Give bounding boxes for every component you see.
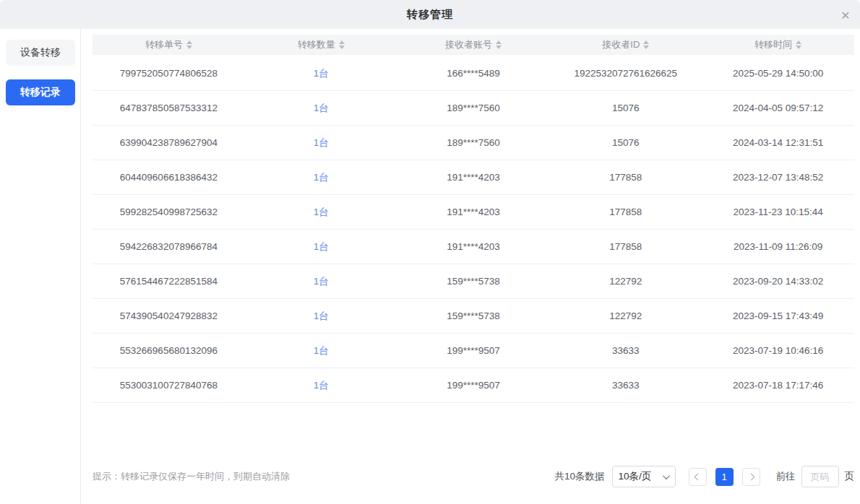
- cell-receiver-account: 189****7560: [397, 137, 550, 148]
- prev-page-button[interactable]: [689, 468, 707, 486]
- cell-quantity-link[interactable]: 1台: [245, 379, 397, 392]
- sort-icon[interactable]: [796, 40, 801, 49]
- cell-receiver-account: 159****5738: [397, 276, 550, 287]
- cell-quantity-link[interactable]: 1台: [245, 275, 397, 288]
- table-row: 799752050774806528 1台 166****5489 192253…: [93, 56, 854, 91]
- cell-quantity-link[interactable]: 1台: [245, 171, 397, 184]
- page-size-value: 10条/页: [619, 470, 652, 483]
- column-header-transfer-time[interactable]: 转移时间: [702, 38, 854, 51]
- cell-order-id: 599282540998725632: [93, 207, 245, 217]
- table-row: 599282540998725632 1台 191****4203 177858…: [93, 195, 854, 230]
- cell-receiver-account: 199****9507: [397, 345, 550, 356]
- cell-transfer-time: 2025-05-29 14:50:00: [702, 68, 854, 79]
- cell-quantity-link[interactable]: 1台: [245, 240, 397, 253]
- sort-icon[interactable]: [643, 40, 649, 49]
- cell-quantity-link[interactable]: 1台: [245, 102, 397, 115]
- close-icon[interactable]: ×: [841, 7, 850, 22]
- cell-order-id: 647837850587533312: [93, 103, 245, 113]
- column-header-receiver-account[interactable]: 接收者账号: [397, 38, 550, 51]
- pagination: 共10条数据 10条/页 1 前往 页: [554, 466, 854, 487]
- cell-receiver-account: 159****5738: [397, 310, 550, 321]
- cell-order-id: 799752050774806528: [93, 68, 245, 79]
- column-header-order-id[interactable]: 转移单号: [93, 38, 245, 51]
- table-body: 799752050774806528 1台 166****5489 192253…: [93, 56, 854, 403]
- sidebar: 设备转移 转移记录: [0, 29, 81, 504]
- table-row: 594226832078966784 1台 191****4203 177858…: [93, 230, 854, 264]
- cell-transfer-time: 2023-09-15 17:43:49: [702, 310, 854, 321]
- main-content: 转移单号 转移数量 接收者账号 接收者ID 转移时间 7997520: [81, 29, 860, 504]
- table-row: 639904238789627904 1台 189****7560 15076 …: [93, 126, 854, 160]
- chevron-right-icon: [747, 473, 754, 480]
- cell-receiver-id: 177858: [549, 172, 702, 183]
- cell-quantity-link[interactable]: 1台: [245, 136, 397, 149]
- page-unit-label: 页: [845, 470, 855, 483]
- cell-receiver-account: 189****7560: [397, 103, 550, 113]
- cell-transfer-time: 2023-12-07 13:48:52: [702, 172, 854, 183]
- footer: 提示：转移记录仅保存一年时间，到期自动清除 共10条数据 10条/页 1 前往 …: [93, 462, 854, 491]
- page-title: 转移管理: [407, 8, 453, 22]
- cell-receiver-id: 15076: [549, 137, 702, 148]
- table-row: 574390540247928832 1台 159****5738 122792…: [93, 299, 854, 334]
- cell-order-id: 594226832078966784: [93, 241, 245, 252]
- cell-order-id: 639904238789627904: [93, 137, 245, 148]
- cell-order-id: 604409606618386432: [93, 172, 245, 183]
- cell-quantity-link[interactable]: 1台: [245, 67, 397, 80]
- cell-order-id: 576154467222851584: [93, 276, 245, 287]
- cell-order-id: 553003100727840768: [93, 380, 245, 391]
- dialog-titlebar: 转移管理 ×: [0, 0, 860, 29]
- cell-transfer-time: 2023-11-23 10:15:44: [702, 207, 854, 217]
- sort-icon[interactable]: [339, 40, 345, 49]
- chevron-left-icon: [694, 473, 701, 480]
- cell-receiver-id: 33633: [549, 345, 702, 356]
- goto-label: 前往: [776, 470, 796, 483]
- cell-receiver-account: 166****5489: [397, 68, 550, 79]
- cell-receiver-account: 199****9507: [397, 380, 550, 391]
- cell-transfer-time: 2024-04-05 09:57:12: [702, 103, 854, 113]
- cell-quantity-link[interactable]: 1台: [245, 310, 397, 323]
- cell-transfer-time: 2023-09-20 14:33:02: [702, 276, 854, 287]
- cell-receiver-id: 177858: [549, 241, 702, 252]
- cell-quantity-link[interactable]: 1台: [245, 206, 397, 219]
- cell-order-id: 574390540247928832: [93, 310, 245, 321]
- table-row: 553003100727840768 1台 199****9507 33633 …: [93, 368, 854, 403]
- goto-page-input[interactable]: [801, 466, 839, 487]
- cell-receiver-id: 177858: [549, 207, 702, 217]
- cell-transfer-time: 2024-03-14 12:31:51: [702, 137, 854, 148]
- table-row: 604409606618386432 1台 191****4203 177858…: [93, 160, 854, 195]
- cell-transfer-time: 2023-07-18 17:17:46: [702, 380, 854, 391]
- chevron-down-icon: [662, 472, 669, 479]
- sidebar-item-transfer-records[interactable]: 转移记录: [6, 79, 75, 105]
- column-header-quantity[interactable]: 转移数量: [245, 38, 397, 51]
- next-page-button[interactable]: [742, 468, 760, 486]
- table-row: 576154467222851584 1台 159****5738 122792…: [93, 264, 854, 299]
- cell-quantity-link[interactable]: 1台: [245, 344, 397, 357]
- cell-receiver-id: 1922532072761626625: [549, 68, 702, 79]
- cell-receiver-id: 33633: [549, 380, 702, 391]
- table-row: 553266965680132096 1台 199****9507 33633 …: [93, 334, 854, 368]
- total-count-label: 共10条数据: [554, 470, 604, 483]
- page-size-select[interactable]: 10条/页: [612, 466, 676, 487]
- sort-icon[interactable]: [186, 40, 192, 49]
- cell-receiver-id: 15076: [549, 103, 702, 113]
- page-number-button[interactable]: 1: [715, 468, 734, 486]
- retention-hint: 提示：转移记录仅保存一年时间，到期自动清除: [93, 470, 290, 483]
- sort-icon[interactable]: [496, 40, 502, 49]
- cell-receiver-account: 191****4203: [397, 172, 550, 183]
- table-row: 647837850587533312 1台 189****7560 15076 …: [93, 91, 854, 126]
- cell-receiver-id: 122792: [549, 276, 702, 287]
- cell-receiver-account: 191****4203: [397, 207, 550, 217]
- sidebar-item-device-transfer[interactable]: 设备转移: [6, 40, 75, 66]
- cell-receiver-account: 191****4203: [397, 241, 550, 252]
- cell-receiver-id: 122792: [549, 310, 702, 321]
- column-header-receiver-id[interactable]: 接收者ID: [549, 38, 702, 51]
- cell-order-id: 553266965680132096: [93, 345, 245, 356]
- dialog-body: 设备转移 转移记录 转移单号 转移数量 接收者账号 接收者ID 转移时间: [0, 29, 860, 504]
- table-header: 转移单号 转移数量 接收者账号 接收者ID 转移时间: [93, 35, 854, 55]
- cell-transfer-time: 2023-07-19 10:46:16: [702, 345, 854, 356]
- cell-transfer-time: 2023-11-09 11:26:09: [702, 241, 854, 252]
